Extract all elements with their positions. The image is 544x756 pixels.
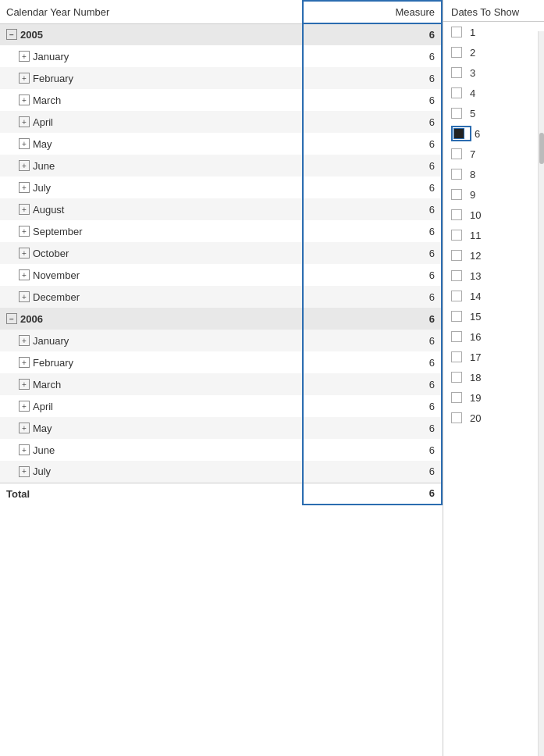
date-filter-item[interactable]: 4 [443,83,544,103]
date-filter-item[interactable]: 1 [443,22,544,42]
collapse-icon[interactable]: − [6,313,17,324]
date-checkbox[interactable] [451,351,462,362]
collapse-icon[interactable]: − [6,29,17,40]
date-checkbox[interactable] [451,47,462,58]
month-label: June [33,444,55,456]
date-checkbox[interactable] [451,108,462,119]
table-row: +September6 [0,220,442,242]
col-header-year: Calendar Year Number [0,1,303,23]
date-value-label: 7 [470,148,475,160]
measure-value: 6 [303,23,442,45]
date-filter-item[interactable]: 14 [443,286,544,306]
expand-icon[interactable]: + [19,73,30,84]
expand-icon[interactable]: + [19,226,30,237]
date-filter-item[interactable]: 17 [443,347,544,367]
table-row: +July6 [0,461,442,483]
date-filter-item[interactable]: 20 [443,408,544,428]
date-checkbox[interactable] [451,230,462,241]
date-filter-item[interactable]: 18 [443,367,544,387]
date-filter-item[interactable]: 15 [443,306,544,326]
date-checkbox[interactable] [451,392,462,403]
month-label: July [33,465,51,477]
expand-icon[interactable]: + [19,357,30,368]
expand-icon[interactable]: + [19,204,30,215]
date-value-label: 10 [470,209,481,221]
year-label: 2005 [20,29,43,41]
measure-value: 6 [303,351,442,373]
date-checkbox[interactable] [451,311,462,322]
date-value-label: 18 [470,372,481,383]
expand-icon[interactable]: + [19,269,30,280]
date-value-label: 12 [470,250,481,262]
expand-icon[interactable]: + [19,182,30,193]
measure-value: 6 [303,45,442,67]
date-checkbox[interactable] [451,209,462,220]
date-checkbox[interactable] [451,372,462,383]
expand-icon[interactable]: + [19,379,30,390]
date-value-label: 11 [470,230,481,241]
date-checkbox[interactable] [453,128,464,139]
date-checkbox[interactable] [451,87,462,98]
date-filter-item[interactable]: 19 [443,387,544,408]
date-checkbox[interactable] [451,148,462,159]
table-row: +March6 [0,89,442,111]
date-filter-item[interactable]: 9 [443,184,544,205]
table-row: +April6 [0,111,442,133]
expand-icon[interactable]: + [19,138,30,149]
expand-icon[interactable]: + [19,444,30,455]
month-label: December [33,291,80,303]
table-row: +May6 [0,133,442,155]
date-filter-item[interactable]: 5 [443,103,544,123]
expand-icon[interactable]: + [19,291,30,302]
date-checkbox[interactable] [451,169,462,180]
measure-value: 6 [303,177,442,198]
date-value-label: 14 [470,291,481,302]
table-row: +July6 [0,177,442,198]
expand-icon[interactable]: + [19,423,30,433]
date-checkbox[interactable] [451,250,462,261]
date-filter-item[interactable]: 13 [443,266,544,286]
month-label: March [33,94,61,106]
date-checkbox[interactable] [451,270,462,281]
table-row: +March6 [0,373,442,395]
date-filter-item[interactable]: 16 [443,326,544,347]
date-value-label: 15 [470,311,481,323]
table-row: −20066 [0,308,442,330]
table-row: +November6 [0,264,442,286]
scrollbar-thumb[interactable] [539,133,544,164]
table-row: +June6 [0,155,442,177]
date-checkbox[interactable] [451,331,462,342]
dates-list[interactable]: 1234567891011121314151617181920 [443,22,544,756]
date-checkbox[interactable] [451,27,462,37]
date-filter-item[interactable]: 2 [443,42,544,62]
expand-icon[interactable]: + [19,335,30,346]
date-value-label: 2 [470,47,475,59]
expand-icon[interactable]: + [19,401,30,412]
date-filter-item[interactable]: 10 [443,205,544,225]
table-row: +January6 [0,330,442,351]
year-label: 2006 [20,313,43,325]
date-checkbox[interactable] [451,412,462,423]
date-filter-item[interactable]: 6 [443,123,544,144]
table-row: +May6 [0,417,442,439]
date-filter-item[interactable]: 12 [443,245,544,266]
date-checkbox[interactable] [451,189,462,200]
data-table: Calendar Year Number Measure −20056+Janu… [0,0,443,505]
expand-icon[interactable]: + [19,160,30,171]
measure-value: 6 [303,308,442,330]
date-value-label: 9 [470,189,475,201]
date-filter-item[interactable]: 7 [443,144,544,164]
expand-icon[interactable]: + [19,51,30,62]
date-filter-item[interactable]: 8 [443,164,544,184]
date-filter-item[interactable]: 11 [443,225,544,245]
scrollbar[interactable] [538,31,544,756]
month-label: August [33,204,64,216]
date-checkbox[interactable] [451,67,462,78]
date-value-label: 13 [470,270,481,282]
expand-icon[interactable]: + [19,94,30,105]
expand-icon[interactable]: + [19,116,30,127]
expand-icon[interactable]: + [19,248,30,259]
date-filter-item[interactable]: 3 [443,62,544,83]
date-checkbox[interactable] [451,291,462,301]
expand-icon[interactable]: + [19,466,30,477]
